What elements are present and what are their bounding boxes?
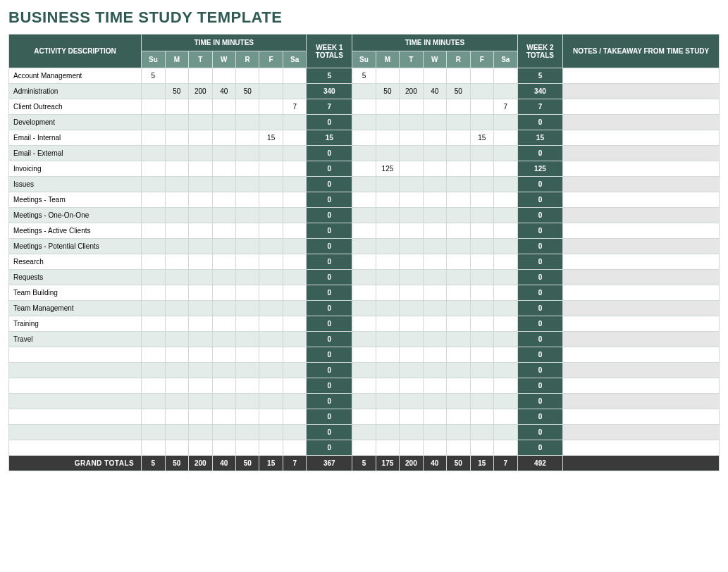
day-cell[interactable] [423,285,446,301]
day-cell[interactable] [142,363,165,378]
day-cell[interactable] [235,177,259,192]
day-cell[interactable] [283,130,307,146]
day-cell[interactable] [352,177,376,192]
day-cell[interactable] [400,68,423,84]
day-cell[interactable] [212,332,235,347]
day-cell[interactable] [423,254,446,270]
day-cell[interactable] [189,208,212,223]
day-cell[interactable] [376,115,399,130]
day-cell[interactable] [259,161,283,177]
day-cell[interactable] [189,347,212,363]
day-cell[interactable] [447,394,470,409]
day-cell[interactable] [447,208,470,223]
day-cell[interactable] [259,99,283,115]
day-cell[interactable] [352,115,376,130]
notes-cell[interactable] [563,316,720,332]
day-cell[interactable]: 200 [189,84,212,99]
day-cell[interactable] [283,177,307,192]
day-cell[interactable] [235,394,259,409]
notes-cell[interactable] [563,378,720,394]
day-cell[interactable] [235,270,259,285]
day-cell[interactable] [352,270,376,285]
day-cell[interactable] [189,146,212,161]
day-cell[interactable] [212,99,235,115]
day-cell[interactable] [212,254,235,270]
day-cell[interactable] [423,239,446,254]
day-cell[interactable] [376,254,399,270]
day-cell[interactable] [470,425,493,440]
day-cell[interactable] [493,440,517,456]
day-cell[interactable] [212,68,235,84]
day-cell[interactable] [235,332,259,347]
day-cell[interactable] [352,332,376,347]
day-cell[interactable] [470,316,493,332]
day-cell[interactable] [447,223,470,239]
day-cell[interactable] [447,316,470,332]
activity-description-cell[interactable] [9,363,142,378]
day-cell[interactable] [235,161,259,177]
day-cell[interactable] [447,161,470,177]
day-cell[interactable] [189,161,212,177]
day-cell[interactable] [423,363,446,378]
activity-description-cell[interactable]: Research [9,254,142,270]
day-cell[interactable] [212,115,235,130]
day-cell[interactable] [259,394,283,409]
activity-description-cell[interactable]: Development [9,115,142,130]
day-cell[interactable] [400,161,423,177]
notes-cell[interactable] [563,84,720,99]
day-cell[interactable] [142,254,165,270]
day-cell[interactable] [142,347,165,363]
notes-cell[interactable] [563,161,720,177]
day-cell[interactable] [259,409,283,425]
day-cell[interactable] [259,84,283,99]
day-cell[interactable] [142,270,165,285]
day-cell[interactable] [165,115,188,130]
day-cell[interactable] [235,239,259,254]
day-cell[interactable] [142,84,165,99]
notes-cell[interactable] [563,99,720,115]
day-cell[interactable] [259,208,283,223]
activity-description-cell[interactable] [9,425,142,440]
day-cell[interactable] [189,177,212,192]
day-cell[interactable] [259,347,283,363]
activity-description-cell[interactable] [9,440,142,456]
day-cell[interactable]: 40 [212,84,235,99]
day-cell[interactable] [212,378,235,394]
day-cell[interactable] [470,146,493,161]
day-cell[interactable] [283,208,307,223]
day-cell[interactable] [212,239,235,254]
day-cell[interactable] [352,254,376,270]
day-cell[interactable] [235,146,259,161]
day-cell[interactable] [352,84,376,99]
day-cell[interactable] [235,130,259,146]
day-cell[interactable] [447,378,470,394]
activity-description-cell[interactable]: Meetings - Team [9,192,142,208]
day-cell[interactable] [165,177,188,192]
day-cell[interactable] [235,301,259,316]
notes-cell[interactable] [563,394,720,409]
day-cell[interactable] [376,285,399,301]
day-cell[interactable] [470,363,493,378]
day-cell[interactable] [493,254,517,270]
day-cell[interactable] [400,130,423,146]
day-cell[interactable] [493,223,517,239]
day-cell[interactable] [165,409,188,425]
day-cell[interactable] [423,425,446,440]
day-cell[interactable] [400,316,423,332]
day-cell[interactable] [447,130,470,146]
day-cell[interactable] [165,394,188,409]
day-cell[interactable] [165,332,188,347]
day-cell[interactable] [189,285,212,301]
day-cell[interactable] [423,332,446,347]
day-cell[interactable] [142,394,165,409]
day-cell[interactable] [352,409,376,425]
day-cell[interactable] [423,177,446,192]
day-cell[interactable] [376,146,399,161]
notes-cell[interactable] [563,409,720,425]
day-cell[interactable] [189,130,212,146]
day-cell[interactable] [493,363,517,378]
day-cell[interactable] [189,425,212,440]
day-cell[interactable] [212,130,235,146]
day-cell[interactable]: 15 [470,130,493,146]
day-cell[interactable] [283,316,307,332]
